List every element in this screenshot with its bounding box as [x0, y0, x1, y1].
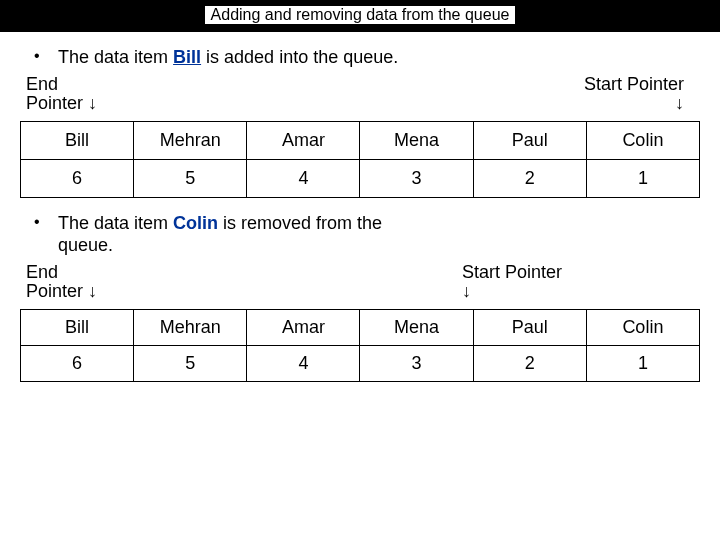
queue-cell-name: Paul [473, 121, 586, 159]
table-row: 6 5 4 3 2 1 [21, 345, 700, 381]
table-row: Bill Mehran Amar Mena Paul Colin [21, 309, 700, 345]
queue-cell-name: Colin [586, 309, 699, 345]
table-row: 6 5 4 3 2 1 [21, 159, 700, 197]
queue-cell-num: 6 [21, 159, 134, 197]
queue-cell-name: Bill [21, 121, 134, 159]
end-pointer-label-2: End Pointer ↓ [26, 263, 97, 303]
start-pointer-l2: ↓ [675, 93, 684, 113]
end-pointer2-l2: Pointer ↓ [26, 281, 97, 301]
bullet-1-pre: The data item [58, 47, 173, 67]
queue-cell-num: 6 [21, 345, 134, 381]
queue-cell-name: Mehran [134, 309, 247, 345]
queue-cell-name: Colin [586, 121, 699, 159]
queue-cell-name: Bill [21, 309, 134, 345]
bullet-2-keyword: Colin [173, 213, 218, 233]
bullet-1-keyword: Bill [173, 47, 201, 67]
start-pointer-label-2: Start Pointer ↓ [462, 263, 562, 303]
queue-cell-num: 4 [247, 159, 360, 197]
queue-cell-num: 5 [134, 345, 247, 381]
queue-table-2: Bill Mehran Amar Mena Paul Colin 6 5 4 3… [20, 309, 700, 382]
pointer-row-1: End Pointer ↓ Start Pointer ↓ [20, 75, 700, 121]
start-pointer-label-1: Start Pointer ↓ [584, 75, 684, 115]
queue-cell-name: Mena [360, 309, 473, 345]
slide-title: Adding and removing data from the queue [205, 6, 516, 24]
start-pointer2-l2: ↓ [462, 281, 471, 301]
queue-cell-name: Mena [360, 121, 473, 159]
bullet-2: The data item Colin is removed from the … [30, 212, 418, 257]
end-pointer2-l1: End [26, 262, 58, 282]
queue-cell-name: Paul [473, 309, 586, 345]
queue-cell-num: 4 [247, 345, 360, 381]
queue-cell-name: Amar [247, 121, 360, 159]
end-pointer-l1: End [26, 74, 58, 94]
pointer-row-2: End Pointer ↓ Start Pointer ↓ [20, 263, 700, 309]
queue-cell-num: 2 [473, 345, 586, 381]
queue-cell-name: Amar [247, 309, 360, 345]
table-row: Bill Mehran Amar Mena Paul Colin [21, 121, 700, 159]
bullet-1: The data item Bill is added into the que… [30, 46, 418, 69]
bullet-1-post: is added into the queue. [201, 47, 398, 67]
queue-cell-num: 1 [586, 159, 699, 197]
start-pointer2-l1: Start Pointer [462, 262, 562, 282]
queue-cell-num: 5 [134, 159, 247, 197]
bullet-list-1: The data item Bill is added into the que… [30, 46, 700, 69]
queue-table-1: Bill Mehran Amar Mena Paul Colin 6 5 4 3… [20, 121, 700, 198]
queue-cell-num: 3 [360, 159, 473, 197]
queue-cell-num: 3 [360, 345, 473, 381]
bullet-list-2: The data item Colin is removed from the … [30, 212, 700, 257]
end-pointer-label-1: End Pointer ↓ [26, 75, 97, 115]
queue-cell-num: 1 [586, 345, 699, 381]
queue-cell-name: Mehran [134, 121, 247, 159]
end-pointer-l2: Pointer ↓ [26, 93, 97, 113]
slide-title-bar: Adding and removing data from the queue [0, 0, 720, 32]
bullet-2-pre: The data item [58, 213, 173, 233]
start-pointer-l1: Start Pointer [584, 74, 684, 94]
queue-cell-num: 2 [473, 159, 586, 197]
